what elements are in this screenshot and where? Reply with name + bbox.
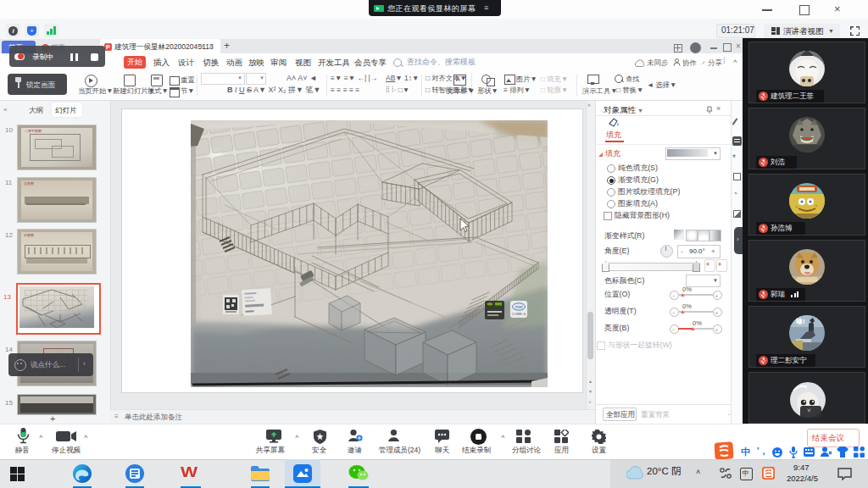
- svg-text:咻!: 咻!: [796, 318, 805, 325]
